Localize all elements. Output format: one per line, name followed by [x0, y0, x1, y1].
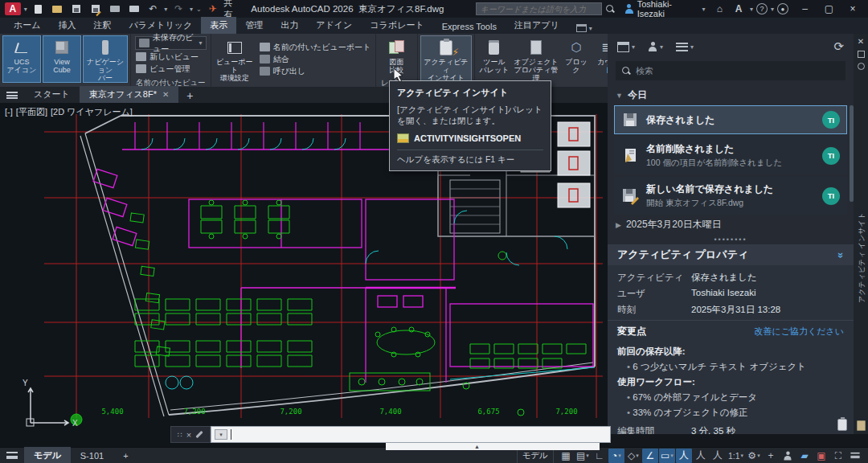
help-chevron-icon[interactable]: ▾	[771, 6, 774, 13]
new-file-icon[interactable]	[31, 2, 47, 16]
activity-search-box[interactable]: 検索	[616, 61, 845, 80]
tab-featured-apps[interactable]: 注目アプリ	[506, 17, 568, 34]
viewport-visual-style-control[interactable]: [2D ワイヤフレーム]	[51, 107, 133, 117]
shared-views-icon[interactable]	[780, 449, 796, 463]
annotation-scale-button[interactable]: 1:1▾	[727, 449, 745, 463]
activity-item-saved[interactable]: 保存されました TI	[614, 105, 847, 134]
refresh-icon[interactable]: ⟳	[833, 39, 844, 54]
tab-close-icon[interactable]: ✕	[162, 90, 169, 99]
model-tab[interactable]: モデル	[24, 447, 71, 463]
palette-bottom-icon[interactable]	[857, 420, 866, 431]
security-icon[interactable]: ▣	[813, 449, 829, 463]
user-avatar-icon[interactable]	[624, 4, 634, 14]
drag-handle-icon[interactable]: ∷	[178, 431, 182, 439]
plot-icon[interactable]	[107, 2, 123, 16]
auto-hide-pin-icon[interactable]	[858, 51, 865, 58]
autodesk-icon[interactable]: A	[731, 2, 747, 16]
snap-mode-toggle[interactable]: ▤▾	[575, 449, 591, 463]
activity-properties-header[interactable]: アクティビティ プロパティ»	[608, 244, 854, 265]
isometric-drafting-toggle[interactable]: ◇▾	[625, 449, 641, 463]
ucs-icon-button[interactable]: UCS アイコン	[2, 35, 41, 83]
palette-close-icon[interactable]: ✕	[858, 37, 864, 46]
tab-addins[interactable]: アドイン	[307, 17, 361, 34]
qat-customize-icon[interactable]: ⌄	[196, 6, 202, 13]
restore-viewports-button[interactable]: 呼び出し	[257, 65, 374, 77]
layout-menu-icon[interactable]	[0, 448, 24, 463]
tab-view[interactable]: 表示	[201, 17, 236, 34]
activity-insights-button[interactable]: ⚡アクティビティ インサイト	[420, 35, 472, 83]
annotation-visibility-toggle[interactable]: 人	[676, 449, 692, 463]
app-menu-chevron-icon[interactable]: ▾	[24, 6, 27, 13]
redo-chevron-icon[interactable]: ▾	[190, 6, 193, 13]
viewport-config-button[interactable]: ビューポート 環境設定	[214, 35, 256, 83]
ribbon-display-toggle[interactable]: ▾	[576, 24, 592, 34]
graphics-performance-icon[interactable]: ▰	[796, 449, 813, 463]
annotation-scale-icon[interactable]: 人	[710, 449, 726, 463]
recent-commands-icon[interactable]: ▾	[215, 429, 227, 440]
open-file-icon[interactable]	[50, 2, 66, 16]
ortho-toggle[interactable]: ∟	[592, 449, 608, 463]
command-history-strip[interactable]: ▲	[386, 443, 600, 450]
navigation-bar-button[interactable]: ナビゲーション バー	[83, 35, 128, 83]
grid-display-toggle[interactable]: ▦	[558, 449, 574, 463]
tab-output[interactable]: 出力	[272, 17, 307, 34]
palette-splitter[interactable]: ••••••••	[608, 235, 854, 244]
object-snap-tracking-toggle[interactable]: ∠	[642, 449, 658, 463]
redo-icon[interactable]: ↷	[170, 2, 186, 16]
save-as-icon[interactable]	[88, 2, 104, 16]
new-layout-button[interactable]: +	[113, 449, 137, 463]
tab-start[interactable]: スタート	[24, 86, 80, 103]
event-filter-button[interactable]: ▾	[676, 43, 694, 51]
share-icon[interactable]: ✈	[205, 2, 221, 16]
notification-icon[interactable]: ●	[777, 3, 788, 14]
new-view-button[interactable]: 新しいビュー	[133, 51, 208, 63]
viewport-minimize-control[interactable]: [-]	[5, 107, 13, 117]
save-icon[interactable]	[68, 2, 84, 16]
customize-wrench-icon[interactable]	[195, 431, 203, 438]
user-name[interactable]: Toshiaki-Isezaki	[637, 0, 699, 18]
view-dropdown[interactable]: 未保存のビュー▾	[135, 36, 207, 50]
tab-insert[interactable]: 挿入	[50, 17, 85, 34]
activity-item-saved-as[interactable]: 新しい名前で保存されました開始 東京オフィス8F.dwg TI	[614, 177, 847, 215]
help-icon[interactable]: ?	[756, 3, 768, 14]
undo-icon[interactable]: ↶	[145, 2, 161, 16]
user-menu-chevron-icon[interactable]: ▾	[702, 6, 705, 13]
group-today[interactable]: ▼今日	[608, 85, 854, 105]
layout-tab[interactable]: S-101	[71, 449, 113, 463]
properties-palette-button[interactable]: オブジェクト プロパティ管理	[513, 35, 559, 83]
viewport-view-control[interactable]: [平面図]	[16, 107, 47, 117]
join-viewports-button[interactable]: 結合	[257, 53, 374, 65]
activity-item-purged[interactable]: 名前削除されました100 個の項目が名前削除されました TI	[614, 137, 847, 174]
app-logo-icon[interactable]: A	[5, 2, 21, 15]
viewcube-button[interactable]: View Cube	[43, 35, 81, 83]
app-store-icon[interactable]: ⌂	[711, 2, 727, 16]
undo-chevron-icon[interactable]: ▾	[164, 6, 167, 13]
expand-history-icon[interactable]: ▲	[474, 444, 480, 449]
view-manager-button[interactable]: ビュー管理	[133, 63, 208, 75]
new-drawing-tab-button[interactable]: +	[178, 88, 201, 103]
blocks-palette-button[interactable]: ⬡ブロック	[561, 35, 592, 83]
print-icon[interactable]	[126, 2, 142, 16]
tab-manage[interactable]: 管理	[236, 17, 272, 34]
close-button[interactable]: ×	[842, 2, 863, 16]
tool-palettes-button[interactable]: ツール パレット	[477, 35, 511, 83]
object-snap-toggle[interactable]: ▭▾	[659, 449, 675, 463]
tab-annotate[interactable]: 注釈	[85, 17, 121, 34]
close-command-icon[interactable]: ×	[186, 430, 191, 440]
user-filter-button[interactable]: ▾	[648, 42, 663, 51]
autoscale-toggle[interactable]: 人	[693, 449, 709, 463]
workspace-switching-button[interactable]: ⚙▾	[746, 449, 762, 463]
search-icon[interactable]	[605, 4, 615, 14]
customization-menu-icon[interactable]	[847, 449, 863, 463]
tab-express-tools[interactable]: Express Tools	[433, 19, 506, 34]
command-line-grip[interactable]: ∷ ×	[170, 426, 211, 443]
group-previous-day[interactable]: ▶2025年3月20日木曜日	[608, 215, 854, 235]
feedback-link[interactable]: 改善にご協力ください	[754, 326, 844, 338]
annotation-monitor-toggle[interactable]: +	[763, 449, 779, 463]
tab-home[interactable]: ホーム	[5, 17, 50, 34]
command-line[interactable]: ∷ × ▾	[170, 426, 611, 443]
named-viewports-button[interactable]: 名前の付いたビューポート	[257, 41, 374, 53]
help-search-input[interactable]	[476, 2, 601, 15]
command-input[interactable]: ▾	[211, 426, 611, 443]
minimize-button[interactable]: –	[795, 2, 816, 16]
